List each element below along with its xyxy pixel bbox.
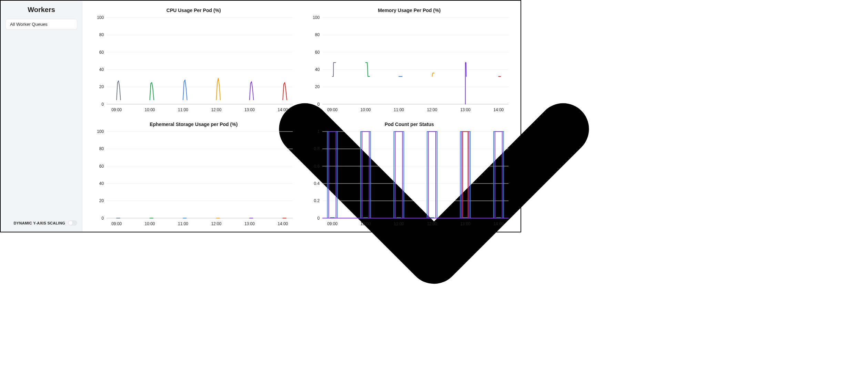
svg-text:60: 60 bbox=[99, 50, 104, 55]
svg-text:10:00: 10:00 bbox=[360, 107, 371, 112]
svg-text:20: 20 bbox=[99, 84, 104, 89]
svg-text:13:00: 13:00 bbox=[460, 107, 470, 112]
svg-text:11:00: 11:00 bbox=[394, 221, 404, 226]
svg-text:09:00: 09:00 bbox=[327, 221, 337, 226]
svg-text:14:00: 14:00 bbox=[277, 107, 288, 112]
svg-text:10:00: 10:00 bbox=[145, 107, 155, 112]
svg-text:0.2: 0.2 bbox=[314, 198, 320, 203]
svg-text:14:00: 14:00 bbox=[493, 221, 504, 226]
svg-text:40: 40 bbox=[99, 67, 104, 72]
svg-text:12:00: 12:00 bbox=[211, 107, 221, 112]
svg-text:0.8: 0.8 bbox=[314, 146, 320, 151]
svg-text:0: 0 bbox=[317, 216, 320, 220]
svg-text:09:00: 09:00 bbox=[111, 107, 122, 112]
svg-text:0.4: 0.4 bbox=[314, 181, 320, 186]
svg-text:0: 0 bbox=[102, 216, 104, 220]
sidebar: Workers All Worker Queues DYNAMIC Y-AXIS… bbox=[1, 1, 82, 232]
svg-text:20: 20 bbox=[99, 198, 104, 203]
chart-canvas: 02040608010009:0010:0011:0012:0013:0014:… bbox=[89, 16, 298, 115]
svg-text:40: 40 bbox=[99, 181, 104, 186]
svg-text:100: 100 bbox=[97, 16, 104, 20]
svg-text:09:00: 09:00 bbox=[327, 107, 337, 112]
svg-text:12:00: 12:00 bbox=[211, 221, 221, 226]
svg-text:12:00: 12:00 bbox=[427, 221, 437, 226]
svg-text:11:00: 11:00 bbox=[178, 107, 188, 112]
svg-text:13:00: 13:00 bbox=[460, 221, 470, 226]
svg-text:14:00: 14:00 bbox=[493, 107, 504, 112]
svg-text:11:00: 11:00 bbox=[394, 107, 404, 112]
svg-text:13:00: 13:00 bbox=[244, 107, 255, 112]
svg-text:80: 80 bbox=[99, 32, 104, 37]
chart-canvas: 00.20.40.60.8109:0010:0011:0012:0013:001… bbox=[305, 130, 514, 229]
svg-text:60: 60 bbox=[99, 164, 104, 168]
svg-text:100: 100 bbox=[313, 16, 320, 20]
chart-storage: Ephemeral Storage Usage per Pod (%) 0204… bbox=[89, 122, 298, 229]
svg-text:1: 1 bbox=[317, 130, 320, 134]
svg-text:13:00: 13:00 bbox=[244, 221, 255, 226]
y-scaling-toggle[interactable] bbox=[68, 220, 77, 226]
svg-text:09:00: 09:00 bbox=[111, 221, 122, 226]
chart-canvas: 02040608010009:0010:0011:0012:0013:0014:… bbox=[305, 16, 514, 115]
svg-text:10:00: 10:00 bbox=[360, 221, 371, 226]
svg-text:80: 80 bbox=[315, 32, 320, 37]
svg-text:20: 20 bbox=[315, 84, 320, 89]
chart-mem: Memory Usage Per Pod (%) 02040608010009:… bbox=[305, 8, 514, 115]
svg-text:100: 100 bbox=[97, 130, 104, 134]
svg-text:0: 0 bbox=[317, 102, 320, 107]
chart-pods: Pod Count per Status 00.20.40.60.8109:00… bbox=[305, 122, 514, 229]
svg-text:80: 80 bbox=[99, 146, 104, 151]
chart-cpu: CPU Usage Per Pod (%) 02040608010009:001… bbox=[89, 8, 298, 115]
chart-canvas: 02040608010009:0010:0011:0012:0013:0014:… bbox=[89, 130, 298, 229]
svg-text:10:00: 10:00 bbox=[145, 221, 155, 226]
svg-text:0.6: 0.6 bbox=[314, 164, 320, 168]
svg-text:60: 60 bbox=[315, 50, 320, 55]
worker-queue-dropdown[interactable]: All Worker Queues bbox=[6, 19, 77, 30]
svg-text:14:00: 14:00 bbox=[277, 221, 288, 226]
svg-text:12:00: 12:00 bbox=[427, 107, 437, 112]
svg-text:40: 40 bbox=[315, 67, 320, 72]
svg-text:11:00: 11:00 bbox=[178, 221, 188, 226]
svg-text:0: 0 bbox=[102, 102, 104, 107]
